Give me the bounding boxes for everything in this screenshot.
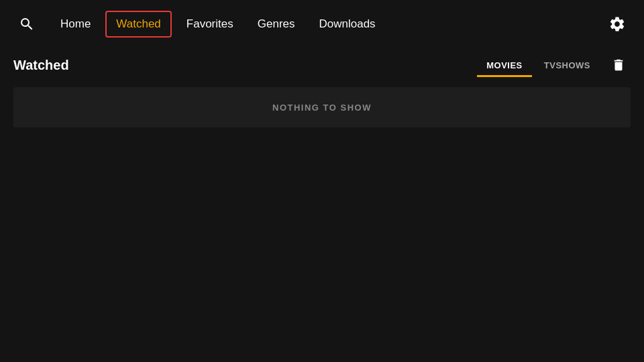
search-icon bbox=[19, 16, 35, 32]
subheader-right: MOVIES TVSHOWS bbox=[477, 53, 631, 77]
nav-genres[interactable]: Genres bbox=[248, 12, 305, 36]
nav-watched[interactable]: Watched bbox=[105, 11, 171, 38]
header: Home Watched Favorites Genres Downloads bbox=[0, 0, 644, 48]
empty-message: NOTHING TO SHOW bbox=[272, 103, 372, 113]
gear-icon bbox=[608, 15, 626, 33]
tab-movies[interactable]: MOVIES bbox=[477, 56, 532, 74]
tab-tvshows[interactable]: TVSHOWS bbox=[535, 56, 600, 74]
nav-downloads[interactable]: Downloads bbox=[310, 12, 385, 36]
content-area: NOTHING TO SHOW bbox=[0, 82, 644, 133]
nav-home[interactable]: Home bbox=[51, 12, 100, 36]
empty-state: NOTHING TO SHOW bbox=[13, 87, 631, 127]
page-title: Watched bbox=[13, 58, 69, 73]
subheader: Watched MOVIES TVSHOWS bbox=[0, 48, 644, 82]
delete-watched-button[interactable] bbox=[606, 53, 631, 77]
settings-button[interactable] bbox=[604, 11, 631, 38]
nav-left: Home Watched Favorites Genres Downloads bbox=[13, 11, 385, 38]
trash-icon bbox=[611, 58, 626, 72]
nav-favorites[interactable]: Favorites bbox=[177, 12, 243, 36]
search-button[interactable] bbox=[13, 11, 40, 38]
